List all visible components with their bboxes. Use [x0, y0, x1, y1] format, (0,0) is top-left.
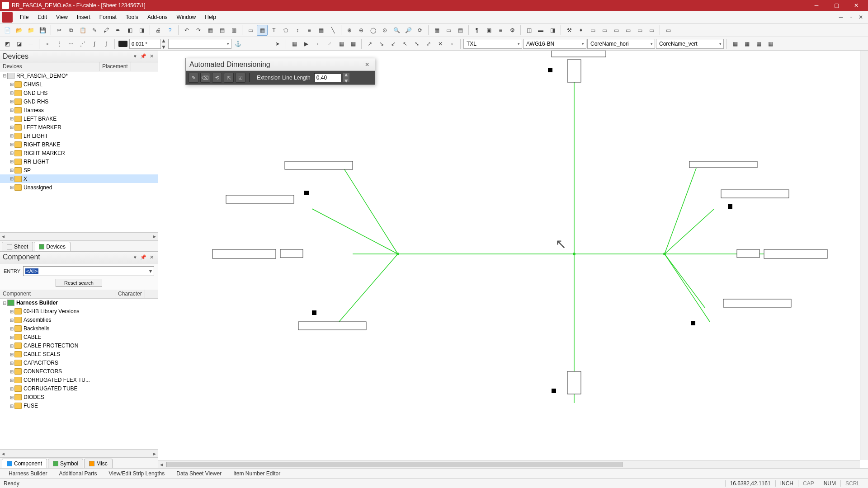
t2-anchor-icon[interactable]: ⚓	[232, 38, 243, 49]
tree-item[interactable]: ⊞GND LHS	[0, 89, 158, 97]
cfg9-icon[interactable]: ▭	[663, 25, 674, 36]
tree-item[interactable]: ⊞CHMSL	[0, 80, 158, 89]
devices-tree[interactable]: ⊟ RR_FASCIA_DEMO* ⊞CHMSL⊞GND LHS⊞GND RHS…	[0, 71, 158, 232]
tab-misc[interactable]: Misc	[84, 459, 113, 468]
tree-item[interactable]: ⊞X	[0, 174, 158, 183]
ruler-icon[interactable]: ▭	[443, 25, 454, 36]
component-hscroll[interactable]: ◂▸	[0, 449, 158, 457]
ext-spinner-icon[interactable]: ▲▼	[343, 73, 349, 82]
t2-d4-icon[interactable]: ↖	[400, 38, 410, 49]
expand-icon[interactable]: ⊞	[9, 185, 14, 190]
zoom-sel-icon[interactable]: 🔎	[403, 25, 414, 36]
menu-addons[interactable]: Add-ons	[143, 12, 172, 22]
t2-4-icon[interactable]: ⋮	[54, 38, 65, 49]
undo-icon[interactable]: ↶	[181, 25, 192, 36]
win2-icon[interactable]: ▬	[535, 25, 546, 36]
opt1-icon[interactable]: ▣	[483, 25, 494, 36]
expand-icon[interactable]: ⊞	[9, 386, 14, 391]
expand-icon[interactable]: ⊞	[9, 343, 14, 348]
mdi-restore-icon[interactable]: ▫	[846, 14, 855, 20]
expand-icon[interactable]: ⊞	[9, 352, 14, 357]
tree-item[interactable]: ⊞GND RHS	[0, 97, 158, 106]
menu-help[interactable]: Help	[200, 12, 221, 22]
sheet-nav-icon[interactable]: ▥	[228, 25, 239, 36]
zoom-prev-icon[interactable]: 🔍	[391, 25, 402, 36]
cfg3-icon[interactable]: ▭	[587, 25, 598, 36]
zoom-window-icon[interactable]: ◯	[368, 25, 378, 36]
wire-gauge-dropdown[interactable]: AWG16-BN	[523, 39, 586, 49]
cfg6-icon[interactable]: ▭	[623, 25, 633, 36]
t2-p2-icon[interactable]: ▶	[301, 38, 311, 49]
expand-icon[interactable]: ⊞	[9, 309, 14, 314]
mdi-minimize-icon[interactable]: ─	[836, 14, 845, 20]
expand-icon[interactable]: ⊞	[9, 150, 14, 155]
menu-tools[interactable]: Tools	[121, 12, 143, 22]
dlg-erase-icon[interactable]: ⌫	[200, 73, 210, 83]
tree-item[interactable]: ⊞Harness	[0, 106, 158, 114]
tab-symbol[interactable]: Symbol	[48, 459, 83, 468]
expand-icon[interactable]: ⊞	[9, 318, 14, 323]
line-icon[interactable]: ╲	[327, 25, 338, 36]
eyedrop-icon[interactable]: ✒	[113, 25, 123, 36]
t2-2-icon[interactable]: ◪	[14, 38, 24, 49]
grid-icon[interactable]: ▦	[431, 25, 442, 36]
tree-item[interactable]: ⊞RIGHT BRAKE	[0, 140, 158, 149]
save-icon[interactable]: 💾	[37, 25, 48, 36]
menu-view[interactable]: View	[52, 12, 72, 22]
tab-devices[interactable]: Devices	[34, 242, 71, 251]
t2-line-icon[interactable]: ─	[25, 38, 36, 49]
expand-icon[interactable]: ⊞	[9, 378, 14, 383]
component-tree[interactable]: ⊟ Harness Builder ⊞00-HB Library Version…	[0, 299, 158, 449]
tree-item[interactable]: ⊞CABLE PROTECTION	[0, 342, 158, 350]
dlg-export-icon[interactable]: ⇱	[224, 73, 234, 83]
tree-item[interactable]: ⊞CABLE	[0, 333, 158, 342]
t2-play-icon[interactable]: ▦	[289, 38, 300, 49]
expand-icon[interactable]: ⊞	[9, 395, 14, 400]
precision-input[interactable]	[129, 39, 161, 49]
print-icon[interactable]: 🖨	[153, 25, 164, 36]
t2-d5-icon[interactable]: ⤡	[411, 38, 422, 49]
paste-icon[interactable]: 📋	[77, 25, 88, 36]
cfg4-icon[interactable]: ▭	[599, 25, 610, 36]
tree-item[interactable]: ⊞FUSE	[0, 402, 158, 410]
open2-icon[interactable]: 📁	[25, 25, 36, 36]
expand-icon[interactable]: ⊞	[9, 82, 14, 87]
expand-icon[interactable]: ⊞	[9, 90, 14, 95]
expand-icon[interactable]: ⊞	[9, 142, 14, 147]
snap-icon[interactable]: ▦	[257, 25, 268, 36]
cfg8-icon[interactable]: ▭	[646, 25, 657, 36]
para-icon[interactable]: ¶	[472, 25, 482, 36]
tree-item[interactable]: ⊞RR LIGHT	[0, 157, 158, 166]
new-icon[interactable]: 📄	[2, 25, 13, 36]
drawing-canvas[interactable]: Automated Dimensioning ✕ ✎ ⌫ ⟲ ⇱ ☑ Exten…	[158, 51, 868, 468]
corename-h-dropdown[interactable]: CoreName_hori	[587, 39, 655, 49]
tree-item[interactable]: ⊞CONNECTORS	[0, 367, 158, 376]
expand-icon[interactable]: ⊞	[9, 99, 14, 104]
opt3-icon[interactable]: ⚙	[507, 25, 518, 36]
cut-icon[interactable]: ✂	[54, 25, 65, 36]
dlg-check-icon[interactable]: ☑	[236, 73, 245, 83]
tree-item[interactable]: ⊞CORRUGATED TUBE	[0, 385, 158, 393]
expand-icon[interactable]: ⊞	[9, 168, 14, 173]
text-icon[interactable]: T	[269, 25, 279, 36]
tree-root[interactable]: ⊟ RR_FASCIA_DEMO*	[0, 71, 158, 80]
t2-p6-icon[interactable]: ▦	[348, 38, 359, 49]
t2-d2-icon[interactable]: ↘	[376, 38, 387, 49]
automated-dimensioning-dialog[interactable]: Automated Dimensioning ✕ ✎ ⌫ ⟲ ⇱ ☑ Exten…	[185, 58, 375, 85]
tree-item[interactable]: ⊞RIGHT MARKER	[0, 149, 158, 157]
zoom-fit-icon[interactable]: ⊙	[379, 25, 390, 36]
win3-icon[interactable]: ◨	[547, 25, 558, 36]
menu-format[interactable]: Format	[95, 12, 121, 22]
t2-curve2-icon[interactable]: ∫	[101, 38, 112, 49]
tree-item[interactable]: ⊞CORRUGATED FLEX TU...	[0, 376, 158, 385]
tree-item[interactable]: ⊞Unassigned	[0, 183, 158, 192]
mdi-close-icon[interactable]: ✕	[856, 14, 865, 20]
refresh-icon[interactable]: ⟳	[415, 25, 425, 36]
win1-icon[interactable]: ◫	[524, 25, 534, 36]
t2-3-icon[interactable]: ▫	[42, 38, 53, 49]
component-dropdown-icon[interactable]: ▾	[132, 253, 139, 261]
corename-v-dropdown[interactable]: CoreName_vert	[656, 39, 724, 49]
t2-d1-icon[interactable]: ↗	[364, 38, 375, 49]
sheet-del-icon[interactable]: ▤	[217, 25, 227, 36]
component-pin-icon[interactable]: 📌	[140, 253, 147, 261]
